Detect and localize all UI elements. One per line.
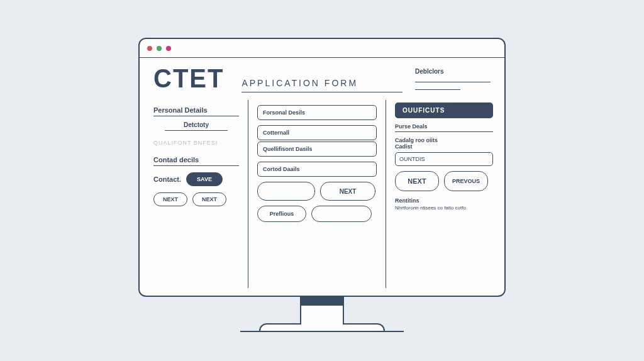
aside-right: OUUFICUTS Purse Deals Cadalg roo oiits C… bbox=[386, 100, 493, 288]
aside-nav-row: NEXT PREVOUS bbox=[395, 171, 493, 191]
header-meta-label: Deblclors bbox=[415, 68, 491, 75]
aside-label: Purse Deals bbox=[395, 123, 493, 130]
header: CTET APPLICATION FORM Deblclors bbox=[140, 58, 504, 97]
blank-button[interactable] bbox=[311, 206, 372, 222]
field-contact[interactable]: Cortod Daails bbox=[257, 162, 377, 177]
window-titlebar bbox=[140, 39, 504, 58]
zoom-icon[interactable] bbox=[166, 46, 171, 51]
note-heading: Rentitins bbox=[395, 197, 493, 204]
previous-button[interactable]: Preflious bbox=[257, 206, 306, 222]
ground-line bbox=[240, 331, 404, 332]
contact-row: Contact. SAVE bbox=[153, 172, 239, 186]
next-button[interactable]: NEXT bbox=[192, 192, 226, 206]
nav-row: NEXT NEXT bbox=[153, 192, 239, 206]
brand-logo: CTET bbox=[153, 64, 224, 93]
close-icon[interactable] bbox=[147, 46, 152, 51]
next-button[interactable]: NEXT bbox=[153, 192, 187, 206]
form-column: Forsonal Desils Cotternall Quellifisont … bbox=[248, 100, 386, 288]
field-personal[interactable]: Forsonal Desils bbox=[257, 105, 377, 120]
meta-line bbox=[415, 85, 460, 90]
section-contact-details: Contad decils bbox=[153, 156, 239, 166]
faint-label: QUALIFONT BNFESI bbox=[153, 140, 239, 146]
blank-button[interactable] bbox=[257, 182, 315, 201]
field-optional[interactable]: Cotternall bbox=[257, 125, 377, 140]
content-columns: Personal Details Detctoty QUALIFONT BNFE… bbox=[140, 97, 504, 296]
monitor-stand bbox=[300, 297, 344, 325]
monitor-frame: CTET APPLICATION FORM Deblclors Personal… bbox=[138, 38, 506, 332]
meta-line bbox=[415, 77, 491, 82]
page-title: APPLICATION FORM bbox=[242, 78, 402, 92]
previous-button[interactable]: PREVOUS bbox=[444, 171, 488, 191]
contact-label: Contact. bbox=[153, 175, 181, 183]
section-sub: Detctoty bbox=[165, 118, 228, 131]
mid-nav-row: NEXT bbox=[257, 182, 377, 201]
search-input[interactable]: OUNTDIS bbox=[395, 152, 493, 166]
save-button[interactable]: SAVE bbox=[186, 172, 223, 186]
aside-label: Cadalg roo oiits bbox=[395, 137, 493, 143]
next-button[interactable]: NEXT bbox=[395, 171, 439, 191]
section-personal-details: Personal Details bbox=[153, 106, 239, 116]
mid-nav-row-2: Preflious bbox=[257, 206, 377, 222]
sidebar-left: Personal Details Detctoty QUALIFONT BNFE… bbox=[153, 100, 248, 288]
field-qualification[interactable]: Quellifisont Dasils bbox=[257, 142, 377, 157]
minimize-icon[interactable] bbox=[157, 46, 162, 51]
badge-outputs: OUUFICUTS bbox=[395, 103, 493, 118]
divider bbox=[395, 131, 493, 132]
next-button[interactable]: NEXT bbox=[320, 182, 375, 201]
title-wrap: APPLICATION FORM bbox=[242, 78, 402, 92]
note-text: Nhrtforonn ntisees co fatio cotfo. bbox=[395, 205, 493, 211]
screen: CTET APPLICATION FORM Deblclors Personal… bbox=[138, 38, 506, 297]
header-meta: Deblclors bbox=[415, 68, 491, 92]
aside-label: Cadist bbox=[395, 143, 493, 150]
